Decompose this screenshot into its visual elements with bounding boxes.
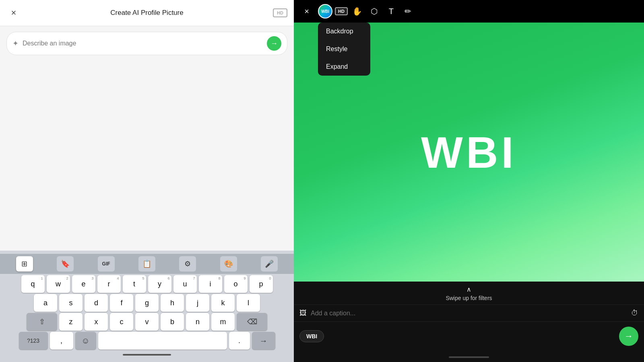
kb-clipboard-button[interactable]: 📋 [138,256,155,272]
spark-icon: ✦ [12,39,19,48]
caption-bar: 🖼 ⏱ [294,304,644,321]
key-u[interactable]: u7 [173,275,197,293]
key-return[interactable]: → [252,332,275,350]
filter-swipe-bar[interactable]: ∧ Swipe up for filters [294,282,644,304]
dropdown-restyle[interactable]: Restyle [318,40,370,58]
text-tool-button[interactable]: T [384,4,398,19]
dropdown-menu: Backdrop Restyle Expand [318,23,370,76]
key-e[interactable]: e3 [72,275,95,293]
keyboard: ⊞ 🔖 GIF 📋 ⚙ 🎨 🎤 q1 w2 e3 r4 t5 y6 u7 i8 … [0,251,294,362]
key-w[interactable]: w2 [47,275,70,293]
avatar[interactable]: WBI [318,4,332,19]
key-shift[interactable]: ⇧ [27,313,57,331]
right-topbar: × WBI HD ✋ ⬡ T ✏ Backdrop Restyle Expand [294,0,644,23]
close-button-right[interactable]: × [299,4,314,19]
left-content-area [0,61,294,251]
swipe-chevron-icon: ∧ [466,286,471,293]
key-row-1: q1 w2 e3 r4 t5 y6 u7 i8 o9 p0 [0,275,294,293]
key-q[interactable]: q1 [21,275,45,293]
key-d[interactable]: d [85,294,108,312]
key-p[interactable]: p0 [250,275,273,293]
key-g[interactable]: g [135,294,159,312]
left-panel: × Create AI Profile Picture HD ✦ → ⊞ 🔖 G… [0,0,294,362]
key-f[interactable]: f [110,294,133,312]
key-n[interactable]: n [186,313,209,331]
kb-grid-button[interactable]: ⊞ [16,256,33,272]
edit-tool-button[interactable]: ✏ [401,4,415,19]
right-panel: × WBI HD ✋ ⬡ T ✏ Backdrop Restyle Expand… [294,0,644,362]
bottom-send-bar: WBI → [294,321,644,354]
kb-palette-button[interactable]: 🎨 [220,256,237,272]
key-row-3: ⇧ z x c v b n m ⌫ [0,313,294,331]
kb-gif-button[interactable]: GIF [98,256,115,272]
dropdown-backdrop[interactable]: Backdrop [318,23,370,40]
key-a[interactable]: a [34,294,57,312]
key-z[interactable]: z [59,313,83,331]
shape-tool-button[interactable]: ⬡ [367,4,382,19]
key-k[interactable]: k [211,294,235,312]
key-s[interactable]: s [59,294,83,312]
describe-input[interactable] [23,40,267,47]
key-l[interactable]: l [237,294,260,312]
home-bar-right [449,356,489,358]
key-x[interactable]: x [85,313,108,331]
kb-mic-button[interactable]: 🎤 [261,256,278,272]
key-period[interactable]: . [229,332,250,350]
key-t[interactable]: t5 [123,275,146,293]
dropdown-expand[interactable]: Expand [318,58,370,76]
key-v[interactable]: v [135,313,159,331]
key-emoji[interactable]: ☺ [75,332,96,350]
key-delete[interactable]: ⌫ [237,313,267,331]
left-top-bar: × Create AI Profile Picture HD [0,0,294,26]
close-button-left[interactable]: × [6,6,21,20]
hd-badge-left: HD [273,8,287,17]
keyboard-bottom-bar [0,351,294,362]
kb-settings-button[interactable]: ⚙ [179,256,196,272]
key-num-switch[interactable]: ?123 [19,332,48,350]
key-b[interactable]: b [161,313,184,331]
right-topbar-tools: WBI HD ✋ ⬡ T ✏ [318,4,415,19]
hd-badge-right[interactable]: HD [335,7,348,15]
key-comma[interactable]: , [50,332,73,350]
key-row-4: ?123 , ☺ . → [0,332,294,350]
timer-icon[interactable]: ⏱ [631,309,638,317]
key-j[interactable]: j [186,294,209,312]
send-button[interactable]: → [619,327,638,346]
key-m[interactable]: m [211,313,235,331]
key-space[interactable] [98,332,227,350]
caption-image-icon: 🖼 [299,309,307,317]
hand-tool-button[interactable]: ✋ [350,4,365,19]
right-home-indicator [294,354,644,362]
wbi-image-text: WBI [421,127,517,178]
key-r[interactable]: r4 [97,275,121,293]
key-row-2: a s d f g h j k l [0,294,294,312]
key-y[interactable]: y6 [148,275,171,293]
swipe-up-label: Swipe up for filters [446,295,492,301]
key-c[interactable]: c [110,313,133,331]
key-h[interactable]: h [161,294,184,312]
kb-sticker-button[interactable]: 🔖 [57,256,74,272]
key-o[interactable]: o9 [224,275,248,293]
caption-input[interactable] [311,310,629,317]
keyboard-toolbar: ⊞ 🔖 GIF 📋 ⚙ 🎨 🎤 [0,254,294,274]
describe-bar: ✦ → [6,32,287,55]
home-indicator-left [123,354,171,356]
go-button[interactable]: → [267,36,281,51]
dialog-title: Create AI Profile Picture [21,9,273,17]
wbi-chip[interactable]: WBI [299,330,324,342]
key-i[interactable]: i8 [199,275,222,293]
